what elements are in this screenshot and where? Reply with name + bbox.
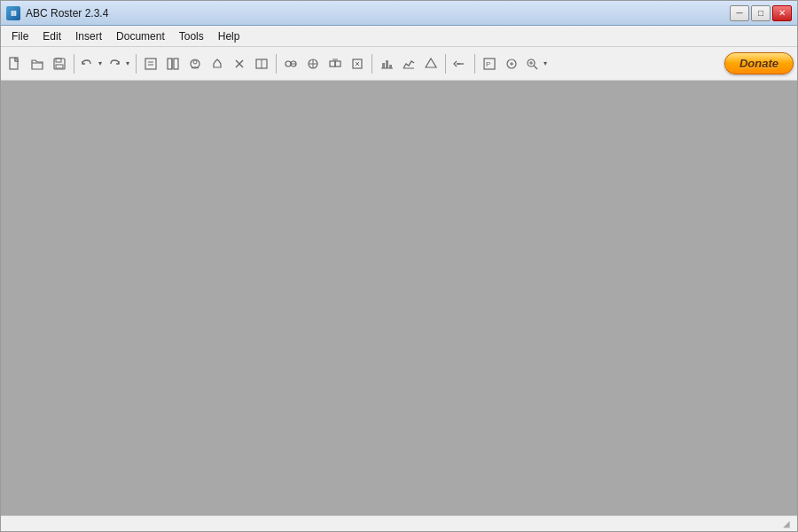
- tool-btn-12[interactable]: [398, 53, 419, 74]
- menu-document[interactable]: Document: [109, 28, 172, 44]
- toolbar: ▾ ▾: [1, 47, 797, 81]
- svg-rect-30: [386, 60, 388, 68]
- svg-line-43: [534, 66, 537, 69]
- tool-btn-1[interactable]: [140, 53, 161, 74]
- tool-btn-9[interactable]: [325, 53, 346, 74]
- svg-rect-9: [174, 59, 178, 69]
- svg-rect-31: [389, 65, 392, 68]
- title-bar-left: ▤ ABC Roster 2.3.4: [6, 6, 108, 20]
- separator-3: [276, 54, 277, 74]
- tool-btn-6[interactable]: [251, 53, 272, 74]
- tool-btn-15[interactable]: P: [479, 53, 500, 74]
- separator-4: [372, 54, 372, 74]
- menu-help[interactable]: Help: [211, 28, 247, 44]
- main-window: ▤ ABC Roster 2.3.4 ─ □ ✕ File Edit Inser…: [0, 0, 798, 532]
- app-icon: ▤: [6, 6, 20, 20]
- status-bar: ◢: [1, 515, 797, 531]
- menu-tools[interactable]: Tools: [172, 28, 211, 44]
- tool-btn-13[interactable]: [420, 53, 442, 74]
- redo-group[interactable]: ▾: [106, 53, 132, 74]
- tool-btn-14[interactable]: [450, 53, 471, 74]
- title-bar: ▤ ABC Roster 2.3.4 ─ □ ✕: [1, 1, 797, 26]
- title-buttons: ─ □ ✕: [730, 5, 792, 21]
- save-button[interactable]: [49, 53, 70, 74]
- svg-rect-24: [335, 61, 340, 66]
- svg-rect-5: [145, 59, 156, 69]
- separator-1: [74, 54, 74, 74]
- close-button[interactable]: ✕: [772, 5, 792, 21]
- tool-btn-10[interactable]: [347, 53, 368, 74]
- tool-btn-8[interactable]: [302, 53, 324, 74]
- separator-6: [474, 54, 475, 74]
- tool-btn-3[interactable]: [184, 53, 206, 74]
- undo-button[interactable]: [78, 53, 96, 74]
- svg-rect-29: [382, 63, 385, 68]
- zoom-arrow[interactable]: ▾: [541, 53, 550, 74]
- separator-2: [136, 54, 137, 74]
- tool-btn-16[interactable]: [501, 53, 522, 74]
- tool-btn-2[interactable]: [162, 53, 184, 74]
- svg-rect-23: [330, 61, 335, 66]
- new-button[interactable]: [4, 53, 26, 74]
- menu-edit[interactable]: Edit: [35, 28, 68, 44]
- redo-button[interactable]: [106, 53, 123, 74]
- tool-btn-4[interactable]: [207, 53, 228, 74]
- menu-file[interactable]: File: [4, 28, 35, 44]
- tool-btn-11[interactable]: [376, 53, 397, 74]
- svg-point-12: [193, 60, 197, 64]
- svg-rect-8: [168, 59, 172, 69]
- resize-icon: ◢: [783, 519, 794, 529]
- menu-insert[interactable]: Insert: [68, 28, 109, 44]
- tool-btn-7[interactable]: [280, 53, 301, 74]
- donate-button[interactable]: Donate: [724, 52, 794, 74]
- maximize-button[interactable]: □: [751, 5, 771, 21]
- window-title: ABC Roster 2.3.4: [26, 7, 108, 20]
- undo-arrow[interactable]: ▾: [96, 53, 105, 74]
- svg-point-17: [286, 61, 291, 66]
- main-canvas: [1, 81, 797, 515]
- open-button[interactable]: [27, 53, 48, 74]
- separator-5: [445, 54, 446, 74]
- redo-arrow[interactable]: ▾: [123, 53, 132, 74]
- menu-bar: File Edit Insert Document Tools Help: [1, 26, 797, 47]
- zoom-group[interactable]: ▾: [523, 53, 550, 74]
- minimize-button[interactable]: ─: [730, 5, 749, 21]
- svg-text:P: P: [486, 60, 490, 68]
- undo-group[interactable]: ▾: [78, 53, 105, 74]
- svg-marker-34: [426, 59, 436, 67]
- svg-rect-4: [56, 65, 63, 68]
- zoom-button[interactable]: [523, 53, 541, 74]
- tool-btn-5[interactable]: [229, 53, 250, 74]
